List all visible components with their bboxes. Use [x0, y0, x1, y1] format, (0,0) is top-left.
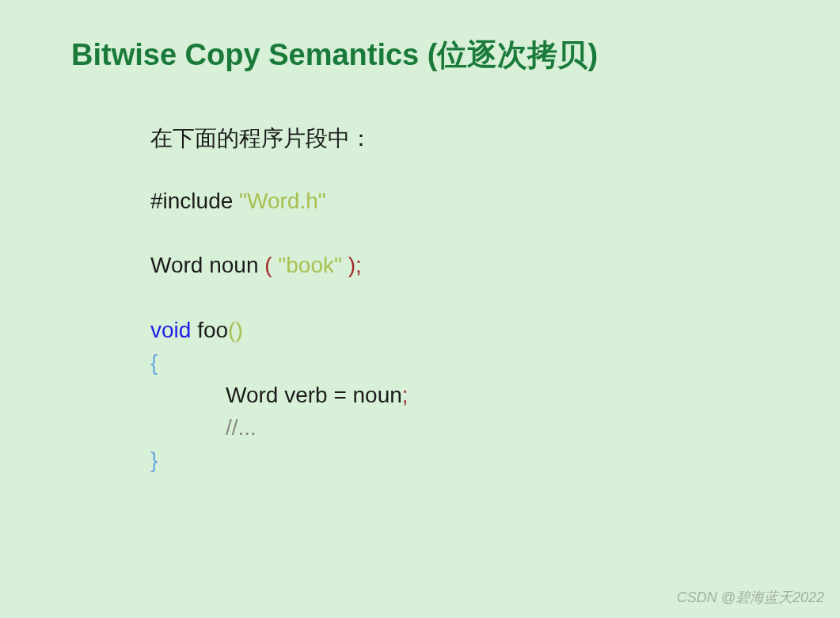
paren-open: ( [264, 253, 278, 277]
code-blank [150, 218, 840, 250]
func-name-foo: foo [191, 318, 228, 342]
code-line-assign: Word verb = noun; [150, 380, 840, 410]
slide-content: 在下面的程序片段中： #include "Word.h" Word noun (… [0, 75, 840, 476]
intro-text: 在下面的程序片段中： [150, 123, 840, 154]
keyword-void: void [150, 318, 191, 342]
brace-open: { [150, 350, 158, 375]
code-line-brace-close: } [150, 444, 840, 475]
func-parens: () [228, 318, 243, 342]
code-line-brace-open: { [150, 347, 840, 378]
code-line-include: #include "Word.h" [150, 185, 840, 216]
assign-text: Word verb = noun [226, 383, 402, 407]
code-blank [150, 283, 840, 315]
assign-semi: ; [402, 383, 409, 407]
paren-close-semi: ); [348, 253, 362, 277]
watermark-text: CSDN @碧海蓝天2022 [677, 588, 824, 607]
include-header-string: "Word.h" [239, 189, 326, 213]
brace-close: } [150, 448, 158, 472]
comment-text: //... [226, 415, 257, 440]
code-line-comment: //... [150, 412, 840, 443]
slide-title: Bitwise Copy Semantics (位逐次拷贝) [0, 0, 840, 75]
code-line-decl-noun: Word noun ( "book" ); [150, 250, 840, 280]
code-line-func-sig: void foo() [150, 315, 840, 345]
include-directive: #include [150, 189, 239, 213]
decl-noun-text: Word noun [150, 253, 264, 277]
string-literal-book: "book" [278, 253, 348, 277]
